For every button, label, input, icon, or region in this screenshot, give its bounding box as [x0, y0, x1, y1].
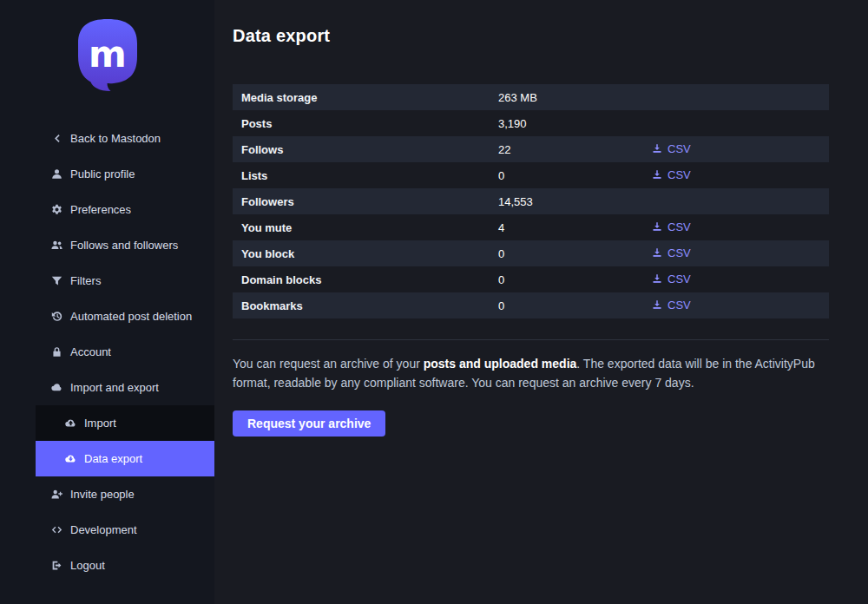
download-icon [652, 169, 662, 180]
table-row-follows: Follows 22 CSV [233, 136, 829, 162]
row-value: 0 [498, 247, 652, 260]
gear-icon [50, 204, 62, 216]
sidebar-item-filters[interactable]: Filters [0, 263, 214, 299]
sidebar-item-logout[interactable]: Logout [0, 548, 214, 583]
sidebar-item-label: Filters [70, 274, 101, 287]
sidebar-item-invite-people[interactable]: Invite people [0, 476, 214, 512]
sidebar-item-label: Import and export [70, 381, 159, 394]
page-title: Data export [233, 26, 829, 46]
table-row-media-storage: Media storage 263 MB [233, 84, 829, 110]
sidebar-item-preferences[interactable]: Preferences [0, 192, 214, 227]
csv-download-link[interactable]: CSV [652, 168, 691, 181]
sidebar-item-back-to-mastodon[interactable]: Back to Mastodon [0, 121, 214, 156]
sidebar-item-automated-post-deletion[interactable]: Automated post deletion [0, 299, 214, 334]
csv-download-link[interactable]: CSV [652, 272, 691, 286]
download-icon [652, 221, 662, 232]
row-value: 0 [498, 169, 652, 182]
filter-icon [50, 275, 62, 287]
sidebar-item-label: Follows and followers [70, 239, 178, 252]
table-row-followers: Followers 14,553 [233, 188, 829, 214]
csv-download-link[interactable]: CSV [652, 299, 691, 312]
csv-download-link[interactable]: CSV [652, 246, 691, 259]
download-icon [652, 299, 662, 310]
row-label: Posts [241, 117, 498, 130]
history-icon [50, 311, 62, 323]
sidebar-item-label: Public profile [70, 167, 135, 181]
cloud-upload-icon [64, 417, 76, 430]
settings-nav: Back to Mastodon Public profile Preferen… [0, 121, 214, 583]
row-label: Follows [241, 143, 498, 156]
row-label: Followers [241, 195, 498, 208]
csv-label: CSV [667, 299, 691, 312]
mastodon-logo[interactable]: m [0, 0, 214, 121]
table-row-you-block: You block 0 CSV [233, 240, 829, 266]
sidebar-item-label: Account [70, 345, 111, 358]
sidebar-item-development[interactable]: Development [0, 512, 214, 548]
csv-label: CSV [667, 246, 691, 259]
archive-note: You can request an archive of your posts… [233, 355, 825, 392]
divider [233, 339, 829, 340]
row-label: Bookmarks [241, 299, 498, 312]
row-label: Media storage [241, 91, 498, 104]
sidebar-item-label: Data export [84, 452, 142, 465]
lock-icon [50, 346, 62, 358]
table-row-bookmarks: Bookmarks 0 CSV [233, 292, 829, 318]
chevron-left-icon [50, 133, 62, 145]
note-bold-text: posts and uploaded media [424, 357, 577, 371]
user-plus-icon [50, 489, 62, 501]
download-icon [652, 143, 662, 154]
row-value: 263 MB [498, 91, 652, 104]
cloud-icon [50, 382, 62, 394]
sidebar-item-account[interactable]: Account [0, 334, 214, 370]
sidebar-item-label: Preferences [70, 203, 131, 216]
row-label: You block [241, 247, 498, 260]
csv-label: CSV [667, 142, 691, 155]
sidebar-item-follows-and-followers[interactable]: Follows and followers [0, 227, 214, 263]
svg-text:m: m [89, 33, 127, 76]
table-row-lists: Lists 0 CSV [233, 162, 829, 188]
export-table: Media storage 263 MB Posts 3,190 Follows… [233, 84, 829, 318]
sidebar-item-label: Import [84, 417, 116, 430]
table-row-domain-blocks: Domain blocks 0 CSV [233, 266, 829, 292]
row-value: 4 [498, 221, 652, 234]
user-icon [50, 168, 62, 181]
row-label: Domain blocks [241, 273, 498, 286]
sidebar-item-import-and-export[interactable]: Import and export [0, 370, 214, 405]
sidebar-item-label: Back to Mastodon [70, 132, 161, 145]
note-text: You can request an archive of your [233, 357, 424, 371]
row-label: You mute [241, 221, 498, 234]
sidebar-item-import[interactable]: Import [36, 405, 214, 441]
users-icon [50, 240, 62, 252]
csv-download-link[interactable]: CSV [652, 142, 691, 155]
csv-label: CSV [667, 168, 691, 181]
settings-sidebar: m Back to Mastodon Public profile Prefer… [0, 0, 214, 604]
row-value: 22 [498, 143, 652, 156]
download-icon [652, 247, 662, 258]
cloud-download-icon [64, 453, 76, 465]
csv-label: CSV [667, 220, 691, 233]
sidebar-item-label: Invite people [70, 488, 135, 501]
row-value: 14,553 [498, 195, 652, 208]
sidebar-item-label: Logout [70, 559, 105, 572]
sidebar-item-data-export[interactable]: Data export [36, 441, 214, 476]
row-value: 0 [498, 299, 652, 312]
row-label: Lists [241, 169, 498, 182]
row-value: 0 [498, 273, 652, 286]
sidebar-item-label: Development [70, 523, 137, 536]
csv-download-link[interactable]: CSV [652, 220, 691, 233]
data-export-panel: Data export Media storage 263 MB Posts 3… [214, 0, 868, 604]
request-archive-button[interactable]: Request your archive [233, 410, 385, 437]
download-icon [652, 273, 662, 284]
sign-out-icon [50, 560, 62, 572]
table-row-posts: Posts 3,190 [233, 110, 829, 136]
sidebar-item-public-profile[interactable]: Public profile [0, 156, 214, 192]
table-row-you-mute: You mute 4 CSV [233, 214, 829, 240]
code-icon [50, 524, 62, 536]
row-value: 3,190 [498, 117, 652, 130]
sidebar-item-label: Automated post deletion [70, 310, 192, 323]
csv-label: CSV [667, 272, 691, 286]
